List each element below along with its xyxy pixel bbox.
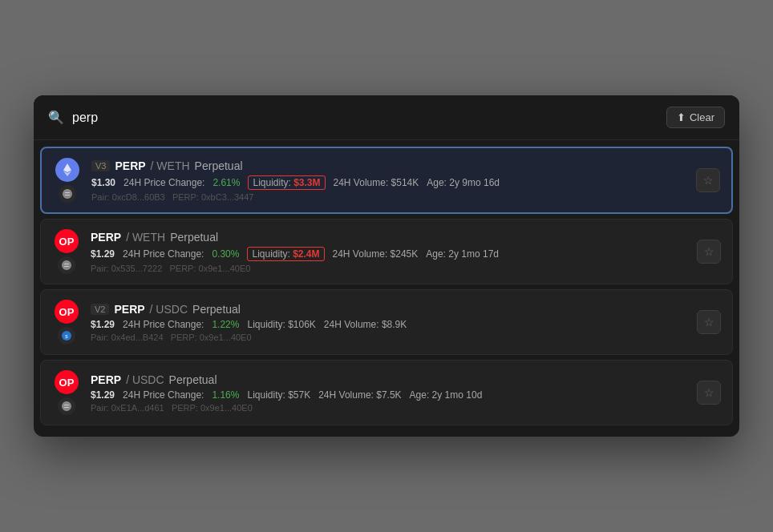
item-title: PERP / USDC Perpetual bbox=[91, 373, 721, 386]
clear-label: Clear bbox=[690, 111, 714, 123]
results-container: V3 PERP / WETH Perpetual $1.30 24H Price… bbox=[34, 140, 739, 437]
favorite-button[interactable]: ☆ bbox=[696, 168, 720, 192]
item-body: V2 PERP / USDC Perpetual $1.29 24H Price… bbox=[91, 303, 721, 342]
change-value: 1.22% bbox=[212, 319, 239, 330]
sub-network-icon: $ bbox=[58, 327, 75, 345]
search-input[interactable] bbox=[72, 111, 658, 125]
icon-wrap: OP bbox=[52, 370, 81, 415]
liquidity-stat: Liquidity: $2.4M bbox=[247, 247, 324, 261]
liquidity-stat: Liquidity: $106K bbox=[247, 319, 315, 330]
item-title: PERP / WETH Perpetual bbox=[91, 231, 721, 244]
token-name: PERP bbox=[115, 159, 145, 172]
favorite-button[interactable]: ☆ bbox=[697, 310, 721, 334]
age: Age: 2y 1mo 17d bbox=[426, 248, 499, 260]
token-name: PERP bbox=[91, 373, 121, 386]
volume-label: 24H Volume: $514K bbox=[334, 177, 419, 188]
price: $1.30 bbox=[91, 177, 115, 188]
token-pair: / USDC bbox=[150, 303, 188, 316]
sub-network-icon bbox=[59, 185, 76, 203]
result-item[interactable]: OP $ V2 PERP / USDC Perpetual $1. bbox=[40, 289, 733, 355]
icon-wrap: OP $ bbox=[52, 300, 81, 345]
price: $1.29 bbox=[91, 319, 115, 330]
change-value: 1.16% bbox=[212, 389, 239, 401]
icon-wrap bbox=[53, 158, 82, 203]
clear-button[interactable]: ⬆ Clear bbox=[666, 107, 725, 128]
item-pair-addresses: Pair: 0x4ed...B424 PERP: 0x9e1...40E0 bbox=[91, 332, 721, 342]
item-title: V3 PERP / WETH Perpetual bbox=[91, 159, 720, 172]
search-icon: 🔍 bbox=[48, 110, 64, 125]
item-body: PERP / USDC Perpetual $1.29 24H Price Ch… bbox=[91, 373, 721, 413]
change-value: 2.61% bbox=[212, 177, 240, 188]
age: Age: 2y 1mo 10d bbox=[410, 389, 483, 401]
result-item[interactable]: OP PERP / WETH Perpetual $1.29 24H Price… bbox=[40, 219, 733, 284]
token-pair: / WETH bbox=[126, 231, 165, 244]
eth-token-icon bbox=[55, 158, 79, 182]
search-bar: 🔍 ⬆ Clear bbox=[34, 95, 739, 140]
sub-network-icon bbox=[58, 256, 75, 274]
item-body: PERP / WETH Perpetual $1.29 24H Price Ch… bbox=[91, 231, 721, 273]
favorite-button[interactable]: ☆ bbox=[697, 240, 721, 264]
item-title: V2 PERP / USDC Perpetual bbox=[91, 303, 721, 316]
price: $1.29 bbox=[91, 248, 115, 260]
op-token-icon: OP bbox=[55, 229, 79, 253]
token-type: Perpetual bbox=[170, 231, 218, 244]
token-type: Perpetual bbox=[169, 373, 217, 386]
item-stats: $1.29 24H Price Change: 1.16% Liquidity:… bbox=[91, 389, 721, 401]
version-badge: V2 bbox=[91, 304, 109, 315]
item-body: V3 PERP / WETH Perpetual $1.30 24H Price… bbox=[91, 159, 720, 202]
volume-label: 24H Volume: $7.5K bbox=[318, 389, 401, 401]
sub-network-icon bbox=[58, 397, 75, 415]
upload-icon: ⬆ bbox=[677, 111, 686, 123]
change-label: 24H Price Change: bbox=[123, 177, 204, 188]
token-pair: / USDC bbox=[126, 373, 164, 386]
token-type: Perpetual bbox=[192, 303, 241, 316]
liquidity-amount: $2.4M bbox=[293, 248, 319, 260]
search-window: 🔍 ⬆ Clear bbox=[34, 95, 739, 437]
op-token-icon: OP bbox=[55, 370, 79, 394]
favorite-button[interactable]: ☆ bbox=[697, 381, 721, 405]
change-label: 24H Price Change: bbox=[123, 319, 204, 330]
liquidity-stat: Liquidity: $57K bbox=[247, 389, 310, 401]
token-name: PERP bbox=[91, 231, 121, 244]
item-pair-addresses: Pair: 0xcD8...60B3 PERP: 0xbC3...3447 bbox=[91, 192, 720, 202]
volume-label: 24H Volume: $245K bbox=[333, 248, 419, 260]
item-stats: $1.29 24H Price Change: 0.30% Liquidity:… bbox=[91, 247, 721, 261]
price: $1.29 bbox=[91, 389, 115, 401]
result-item[interactable]: OP PERP / USDC Perpetual $1.29 24H Price… bbox=[40, 360, 733, 425]
token-pair: / WETH bbox=[151, 159, 190, 172]
volume-label: 24H Volume: $8.9K bbox=[324, 319, 407, 330]
change-value: 0.30% bbox=[212, 248, 239, 260]
item-pair-addresses: Pair: 0xE1A...d461 PERP: 0x9e1...40E0 bbox=[91, 403, 721, 413]
change-label: 24H Price Change: bbox=[123, 248, 204, 260]
item-stats: $1.29 24H Price Change: 1.22% Liquidity:… bbox=[91, 319, 721, 330]
result-item[interactable]: V3 PERP / WETH Perpetual $1.30 24H Price… bbox=[40, 147, 733, 214]
item-pair-addresses: Pair: 0x535...7222 PERP: 0x9e1...40E0 bbox=[91, 264, 721, 273]
age: Age: 2y 9mo 16d bbox=[427, 177, 500, 188]
icon-wrap: OP bbox=[52, 229, 81, 274]
op-token-icon: OP bbox=[55, 300, 79, 324]
token-name: PERP bbox=[114, 303, 144, 316]
item-stats: $1.30 24H Price Change: 2.61% Liquidity:… bbox=[91, 175, 720, 190]
version-badge: V3 bbox=[91, 160, 110, 171]
change-label: 24H Price Change: bbox=[123, 389, 204, 401]
token-type: Perpetual bbox=[195, 159, 243, 172]
liquidity-amount: $3.3M bbox=[293, 177, 320, 188]
liquidity-stat: Liquidity: $3.3M bbox=[248, 175, 325, 190]
